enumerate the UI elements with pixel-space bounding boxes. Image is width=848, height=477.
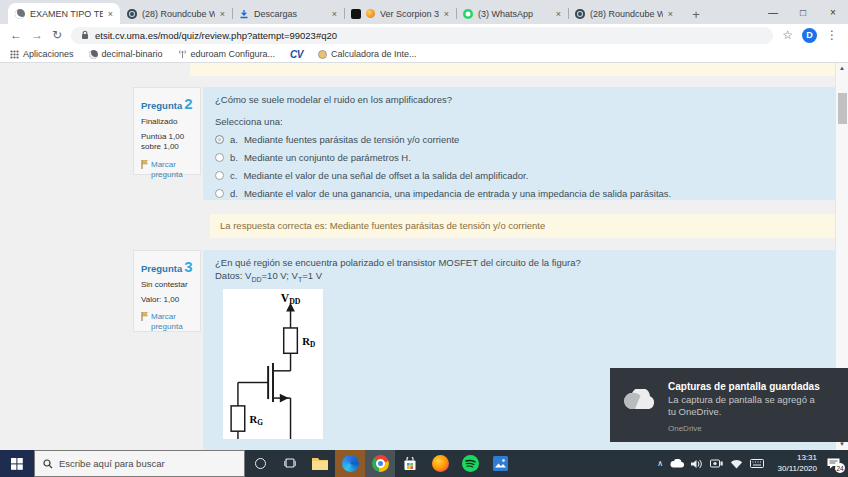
firefox-button[interactable] (425, 450, 455, 477)
photos-icon (493, 456, 508, 471)
notification-title: Capturas de pantalla guardadas (668, 381, 820, 392)
chrome-button[interactable] (365, 450, 395, 477)
flag-question-link[interactable]: Marcar pregunta (141, 312, 193, 332)
option-key: c. (230, 170, 237, 181)
flag-icon (141, 160, 148, 169)
taskbar-search-input[interactable] (59, 458, 219, 469)
new-tab-button[interactable]: + (686, 4, 706, 24)
tab-close-icon[interactable]: × (444, 9, 449, 19)
browser-navbar: ← → ↻ etsit.cv.uma.es/mod/quiz/review.ph… (0, 24, 848, 46)
close-button[interactable]: × (818, 0, 848, 24)
profile-avatar[interactable]: D (802, 28, 817, 43)
minimize-button[interactable]: — (758, 0, 788, 24)
datos-part: Datos: V (215, 270, 251, 281)
tab-roundcube-2[interactable]: (28) Roundcube Webm × (568, 3, 680, 24)
bookmark-label: decimal-binario (102, 49, 163, 59)
chrome-menu-icon[interactable]: ⋮ (826, 29, 838, 41)
roundcube-favicon-icon (575, 9, 585, 19)
scrollbar-thumb[interactable] (838, 93, 847, 124)
option-text: Mediante fuentes parásitas de tensión y/… (244, 134, 459, 145)
question-number: Pregunta3 (141, 257, 193, 277)
notification-badge: 24 (835, 463, 845, 473)
tiger-icon (366, 9, 375, 18)
roundcube-favicon-icon (127, 9, 137, 19)
bookmark-calculadora[interactable]: Calculadora de Inte... (318, 49, 417, 59)
windows-logo-icon (11, 458, 23, 470)
tab-roundcube-1[interactable]: (28) Roundcube Webm × (120, 3, 232, 24)
notification-app: OneDrive (668, 424, 820, 433)
spotify-button[interactable] (455, 450, 485, 477)
photos-button[interactable] (485, 450, 515, 477)
radio-unselected[interactable] (215, 189, 224, 198)
notification-body: Capturas de pantalla guardadas La captur… (668, 381, 820, 434)
padlock-icon (81, 30, 89, 40)
onedrive-cloud-icon (622, 389, 656, 434)
tab-close-icon[interactable]: × (332, 9, 337, 19)
reload-icon[interactable]: ↻ (52, 29, 62, 41)
tab-title: (3) WhatsApp (478, 9, 551, 19)
taskbar-search[interactable] (34, 450, 245, 477)
back-icon[interactable]: ← (10, 29, 22, 41)
bookmark-campus-virtual[interactable]: CV (290, 49, 303, 60)
taskbar-spacer (515, 450, 657, 477)
download-favicon-icon (239, 9, 249, 19)
edge-button[interactable] (335, 450, 365, 477)
tab-descargas[interactable]: Descargas × (232, 3, 344, 24)
file-explorer-button[interactable] (305, 450, 335, 477)
datos-sub: DD (251, 276, 261, 283)
bookmark-aplicaciones[interactable]: Aplicaciones (10, 49, 74, 59)
tab-close-icon[interactable]: × (108, 9, 113, 19)
tab-title: Descargas (254, 9, 327, 19)
window-controls: — □ × (758, 0, 848, 24)
option-d: d. Mediante el valor de una ganancia, un… (215, 188, 823, 199)
tray-chevron-icon[interactable]: ∧ (657, 459, 663, 468)
tab-close-icon[interactable]: × (556, 9, 561, 19)
action-center-button[interactable]: 24 (827, 458, 840, 469)
scroll-up-icon[interactable]: ▲ (836, 63, 848, 73)
bookmark-eduroam[interactable]: eduroam Configura... (178, 49, 276, 59)
spotify-icon (462, 455, 479, 472)
task-view-button[interactable] (275, 450, 305, 477)
cortana-button[interactable] (245, 450, 275, 477)
forward-icon[interactable]: → (31, 29, 43, 41)
rg-label: RG (250, 413, 264, 427)
radio-unselected[interactable] (215, 171, 224, 180)
question-text: ¿En qué región se encuentra polarizado e… (215, 257, 823, 268)
start-button[interactable] (0, 450, 34, 477)
flag-question-link[interactable]: Marcar pregunta (141, 160, 193, 180)
clock-date: 30/11/2020 (771, 464, 817, 474)
tab-examen[interactable]: EXAMEN TIPO TEST PR × (8, 3, 120, 24)
rd-label: RD (302, 335, 315, 349)
question-2-feedback: La respuesta correcta es: Mediante fuent… (210, 214, 835, 238)
question-grade: Valor: 1,00 (141, 295, 193, 305)
tab-close-icon[interactable]: × (668, 9, 673, 19)
question-state: Finalizado (141, 117, 193, 127)
bookmark-decimal-binario[interactable]: decimal-binario (89, 49, 163, 59)
cortana-icon (255, 458, 266, 469)
system-tray: ∧ 13:31 30/11/2020 24 (657, 450, 848, 477)
taskbar-clock[interactable]: 13:31 30/11/2020 (771, 453, 817, 474)
onedrive-tray-icon[interactable] (670, 459, 684, 468)
tab-whatsapp[interactable]: (3) WhatsApp × (456, 3, 568, 24)
file-explorer-icon (312, 457, 328, 470)
radio-unselected[interactable] (215, 153, 224, 162)
radio-selected[interactable] (215, 135, 224, 144)
chrome-icon (372, 455, 389, 472)
tab-close-icon[interactable]: × (220, 9, 225, 19)
scorpion-favicon-icon (351, 9, 361, 19)
touch-keyboard-icon[interactable] (750, 459, 764, 468)
onedrive-notification[interactable]: Capturas de pantalla guardadas La captur… (610, 368, 848, 442)
wifi-icon[interactable] (730, 459, 743, 469)
question-label: Pregunta (141, 263, 182, 274)
address-bar[interactable]: etsit.cv.uma.es/mod/quiz/review.php?atte… (71, 27, 773, 44)
bookmark-label: Aplicaciones (23, 49, 74, 59)
tray-cast-icon[interactable] (710, 459, 723, 468)
answer-prompt: Selecciona una: (215, 116, 823, 127)
volume-icon[interactable] (691, 459, 703, 469)
circuit-figure: VDD RD (223, 289, 323, 439)
bookmark-star-icon[interactable]: ☆ (782, 29, 793, 41)
tab-scorpion[interactable]: Ver Scorpion 3x23 C × (344, 3, 456, 24)
maximize-button[interactable]: □ (788, 0, 818, 24)
question-grade: Puntúa 1,00 sobre 1,00 (141, 132, 193, 153)
microsoft-store-button[interactable] (395, 450, 425, 477)
